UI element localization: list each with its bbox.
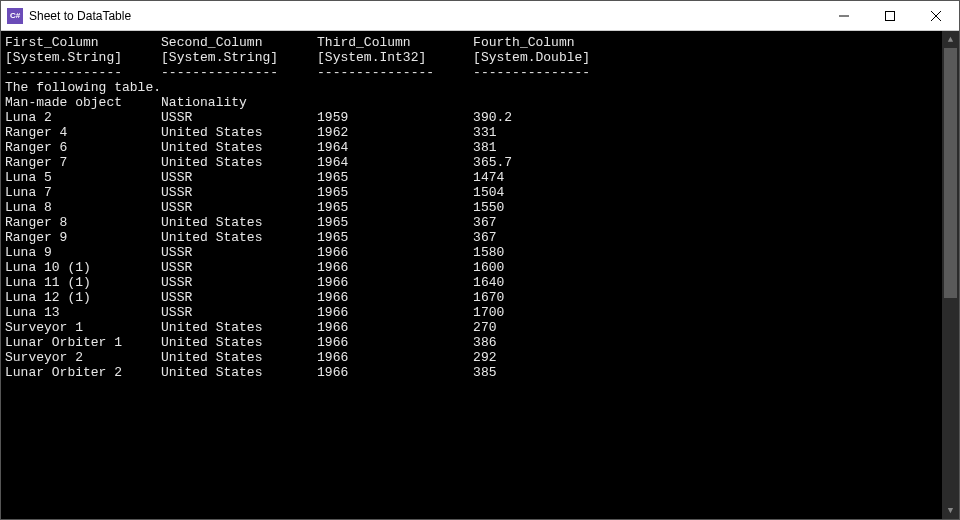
scroll-down-arrow-icon[interactable]: ▼ — [942, 502, 959, 519]
console-line: Luna 10 (1) USSR 1966 1600 — [5, 260, 938, 275]
scroll-up-arrow-icon[interactable]: ▲ — [942, 31, 959, 48]
maximize-button[interactable] — [867, 1, 913, 30]
console-line: Luna 12 (1) USSR 1966 1670 — [5, 290, 938, 305]
console-line: Man-made object Nationality — [5, 95, 938, 110]
scrollbar-track[interactable] — [942, 48, 959, 502]
close-button[interactable] — [913, 1, 959, 30]
console-line: Lunar Orbiter 1 United States 1966 386 — [5, 335, 938, 350]
console-line: Luna 5 USSR 1965 1474 — [5, 170, 938, 185]
console-line: Ranger 8 United States 1965 367 — [5, 215, 938, 230]
console-line: Luna 11 (1) USSR 1966 1640 — [5, 275, 938, 290]
console-line: Surveyor 2 United States 1966 292 — [5, 350, 938, 365]
app-window: C# Sheet to DataTable First_Column Secon… — [0, 0, 960, 520]
console-line: --------------- --------------- --------… — [5, 65, 938, 80]
console-line: [System.String] [System.String] [System.… — [5, 50, 938, 65]
console-line: Surveyor 1 United States 1966 270 — [5, 320, 938, 335]
maximize-icon — [885, 11, 895, 21]
window-controls — [821, 1, 959, 30]
minimize-button[interactable] — [821, 1, 867, 30]
console-line: Luna 13 USSR 1966 1700 — [5, 305, 938, 320]
console-line: Luna 9 USSR 1966 1580 — [5, 245, 938, 260]
close-icon — [931, 11, 941, 21]
vertical-scrollbar[interactable]: ▲ ▼ — [942, 31, 959, 519]
console-line: Ranger 7 United States 1964 365.7 — [5, 155, 938, 170]
minimize-icon — [839, 11, 849, 21]
console-line: Luna 2 USSR 1959 390.2 — [5, 110, 938, 125]
window-title: Sheet to DataTable — [29, 9, 821, 23]
console-line: Lunar Orbiter 2 United States 1966 385 — [5, 365, 938, 380]
title-bar[interactable]: C# Sheet to DataTable — [1, 1, 959, 31]
app-icon: C# — [7, 8, 23, 24]
console-area: First_Column Second_Column Third_Column … — [1, 31, 959, 519]
svg-rect-1 — [886, 11, 895, 20]
console-line: Ranger 6 United States 1964 381 — [5, 140, 938, 155]
scrollbar-thumb[interactable] — [944, 48, 957, 298]
console-output: First_Column Second_Column Third_Column … — [1, 31, 942, 519]
console-line: Ranger 9 United States 1965 367 — [5, 230, 938, 245]
console-line: Ranger 4 United States 1962 331 — [5, 125, 938, 140]
console-line: Luna 7 USSR 1965 1504 — [5, 185, 938, 200]
console-line: First_Column Second_Column Third_Column … — [5, 35, 938, 50]
console-line: The following table. — [5, 80, 938, 95]
console-line: Luna 8 USSR 1965 1550 — [5, 200, 938, 215]
